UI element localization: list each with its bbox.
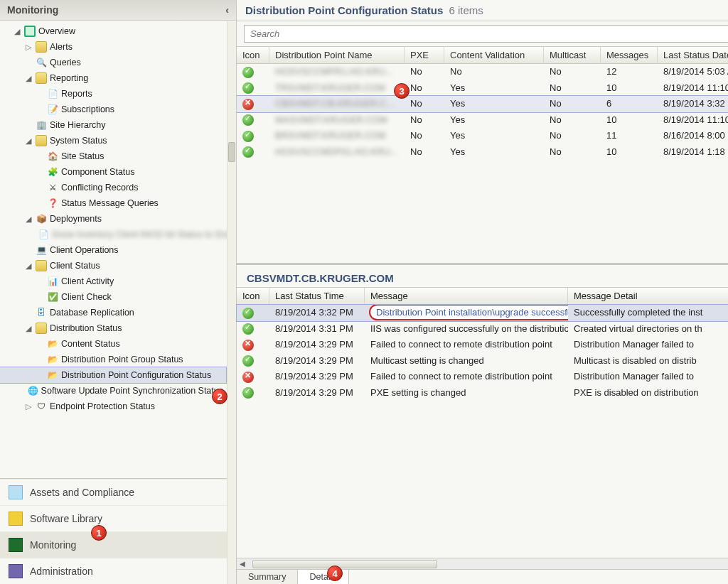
detail-row[interactable]: 8/19/2014 3:29 PMFailed to connect to re… bbox=[237, 337, 728, 353]
check-icon bbox=[242, 67, 254, 78]
wunder-administration[interactable]: Administration bbox=[0, 558, 236, 584]
msgs-cell: 10 bbox=[601, 112, 658, 129]
tree-deploy-item[interactable]: 📄Snow Inventory Client 64/32 bit Status … bbox=[0, 227, 226, 242]
hscroll-thumb[interactable] bbox=[252, 560, 437, 568]
col-pxe[interactable]: PXE bbox=[405, 46, 444, 64]
tree-client-check[interactable]: ✅Client Check bbox=[0, 289, 226, 305]
detail-cell: Multicast is disabled on distrib bbox=[568, 353, 728, 369]
label: Alerts bbox=[50, 42, 73, 52]
detail-row[interactable]: 8/19/2014 3:29 PMMulticast setting is ch… bbox=[237, 353, 728, 369]
table-row[interactable]: HOSVSCCMPR1.HO.KRU...NoNoNo128/19/2014 5… bbox=[237, 64, 728, 80]
date-cell: 8/16/2014 8:00 PM bbox=[658, 128, 728, 144]
table-row[interactable]: HOSVSCCMDP01.HO.KRU...NoYesNo108/19/2014… bbox=[237, 144, 728, 161]
detail-cell: Distribution Manager failed to bbox=[568, 369, 728, 385]
col-name[interactable]: Distribution Point Name bbox=[269, 46, 405, 64]
wunder-assets[interactable]: Assets and Compliance bbox=[0, 479, 236, 505]
tree-queries[interactable]: 🔍Queries bbox=[0, 55, 226, 70]
nav-scroll-thumb[interactable] bbox=[228, 142, 235, 162]
tree-client-activity[interactable]: 📊Client Activity bbox=[0, 274, 226, 289]
col-messages[interactable]: Messages bbox=[601, 46, 658, 64]
detail-table-body[interactable]: 8/19/2014 3:32 PMDistribution Point inst… bbox=[237, 305, 728, 401]
error-icon bbox=[242, 99, 254, 110]
label: Snow Inventory Client 64/32 bit Status t… bbox=[52, 229, 236, 239]
badge-1: 1 bbox=[91, 525, 107, 541]
col-multicast[interactable]: Multicast bbox=[544, 46, 601, 64]
tree-overview[interactable]: ◢Overview bbox=[0, 23, 226, 39]
cv-cell: Yes bbox=[444, 144, 544, 161]
scroll-left-icon[interactable]: ◀ bbox=[237, 560, 248, 568]
table-row[interactable]: CBSVMDT.CB.KRUGER.COMNoYesNo68/19/2014 3… bbox=[237, 96, 728, 112]
folder-icon bbox=[36, 72, 47, 84]
status-cell bbox=[237, 321, 269, 337]
tree-site-status[interactable]: 🏠Site Status bbox=[0, 148, 226, 164]
wunder-monitoring[interactable]: Monitoring bbox=[0, 531, 236, 558]
tree-endpoint-protection[interactable]: ▷🛡Endpoint Protection Status bbox=[0, 399, 226, 414]
cv-cell: Yes bbox=[444, 96, 544, 112]
tree-client-ops[interactable]: 💻Client Operations bbox=[0, 242, 226, 258]
error-icon bbox=[242, 372, 254, 383]
dp-name-cell: HOSVSCCMPR1.HO.KRU... bbox=[269, 64, 405, 80]
subs-icon: 📝 bbox=[47, 104, 58, 115]
dcol-time[interactable]: Last Status Time bbox=[269, 287, 365, 305]
detail-row[interactable]: 8/19/2014 3:32 PMDistribution Point inst… bbox=[237, 305, 728, 321]
tree-deployments[interactable]: ◢📦Deployments bbox=[0, 211, 226, 227]
mc-cell: No bbox=[544, 64, 601, 80]
tree-dp-config-status[interactable]: 📂Distribution Point Configuration Status bbox=[0, 367, 226, 383]
tree-distribution-status[interactable]: ◢Distribution Status bbox=[0, 320, 226, 336]
tree-status-msg-queries[interactable]: ❓Status Message Queries bbox=[0, 195, 226, 211]
dcol-detail[interactable]: Message Detail bbox=[568, 287, 728, 305]
status-cell bbox=[237, 112, 269, 129]
mc-cell: No bbox=[544, 128, 601, 144]
pxe-cell: No bbox=[405, 144, 444, 161]
tree-dp-group-status[interactable]: 📂Distribution Point Group Status bbox=[0, 352, 226, 367]
pxe-cell: No bbox=[405, 80, 444, 97]
time-cell: 8/19/2014 3:32 PM bbox=[269, 305, 365, 321]
table-row[interactable]: BRSVMDT.KRUGER.COMNoYesNo118/16/2014 8:0… bbox=[237, 128, 728, 144]
nav-title: Monitoring bbox=[7, 4, 58, 16]
msg-cell: PXE setting is changed bbox=[365, 385, 568, 401]
detail-cell: PXE is disabled on distribution bbox=[568, 385, 728, 401]
tree-site-hierarchy[interactable]: 🏢Site Hierarchy bbox=[0, 117, 226, 133]
pxe-cell: No bbox=[405, 128, 444, 144]
search-input[interactable] bbox=[245, 26, 728, 42]
tree-db-replication[interactable]: 🗄Database Replication bbox=[0, 305, 226, 320]
detail-row[interactable]: 8/19/2014 3:29 PMPXE setting is changedP… bbox=[237, 385, 728, 401]
col-last-status-date[interactable]: Last Status Date bbox=[658, 46, 728, 64]
tree-subscriptions[interactable]: 📝Subscriptions bbox=[0, 102, 226, 117]
mc-cell: No bbox=[544, 144, 601, 161]
tab-summary[interactable]: Summary bbox=[237, 570, 298, 584]
client-chk-icon: ✅ bbox=[47, 291, 58, 303]
tree-reports[interactable]: 📄Reports bbox=[0, 86, 226, 102]
tree-alerts[interactable]: ▷Alerts bbox=[0, 39, 226, 55]
check-icon bbox=[242, 387, 254, 399]
detail-row[interactable]: 8/19/2014 3:29 PMFailed to connect to re… bbox=[237, 369, 728, 385]
collapse-nav-icon[interactable]: ‹ bbox=[225, 4, 229, 16]
col-icon[interactable]: Icon bbox=[237, 46, 269, 64]
nav-tree[interactable]: ◢Overview ▷Alerts 🔍Queries ◢Reporting 📄R… bbox=[0, 21, 236, 478]
search-box[interactable] bbox=[244, 25, 728, 43]
tree-reporting[interactable]: ◢Reporting bbox=[0, 70, 226, 86]
detail-hscrollbar[interactable]: ◀ ▶ bbox=[237, 558, 728, 569]
tree-system-status[interactable]: ◢System Status bbox=[0, 133, 226, 148]
detail-row[interactable]: 8/19/2014 3:31 PMIIS was configured succ… bbox=[237, 321, 728, 337]
tree-sup-sync-status[interactable]: 🌐Software Update Point Synchronization S… bbox=[0, 383, 226, 399]
time-cell: 8/19/2014 3:29 PM bbox=[269, 337, 365, 353]
status-cell bbox=[237, 353, 269, 369]
pxe-cell: No bbox=[405, 96, 444, 112]
wunder-library[interactable]: Software Library bbox=[0, 505, 236, 531]
dcol-icon[interactable]: Icon bbox=[237, 287, 269, 305]
tree-content-status[interactable]: 📂Content Status bbox=[0, 336, 226, 352]
dp-table-body[interactable]: HOSVSCCMPR1.HO.KRU...NoNoNo128/19/2014 5… bbox=[237, 64, 728, 263]
tree-conflicting-records[interactable]: ⚔Conflicting Records bbox=[0, 180, 226, 195]
nav-scrollbar[interactable] bbox=[227, 21, 236, 584]
table-row[interactable]: TRSVMDT.KRUGER.COMNoYesNo108/19/2014 11:… bbox=[237, 80, 728, 97]
table-row[interactable]: WASVMDT.KRUGER.COMNoYesNo108/19/2014 11:… bbox=[237, 112, 728, 129]
label: Software Library bbox=[30, 513, 102, 524]
status-cell bbox=[237, 385, 269, 401]
col-content-validation[interactable]: Content Validation bbox=[444, 46, 544, 64]
tree-client-status[interactable]: ◢Client Status bbox=[0, 258, 226, 274]
label: Client Status bbox=[50, 261, 100, 271]
tree-component-status[interactable]: 🧩Component Status bbox=[0, 164, 226, 180]
detail-cell: Distribution Manager failed to bbox=[568, 337, 728, 353]
dcol-message[interactable]: Message bbox=[365, 287, 568, 305]
